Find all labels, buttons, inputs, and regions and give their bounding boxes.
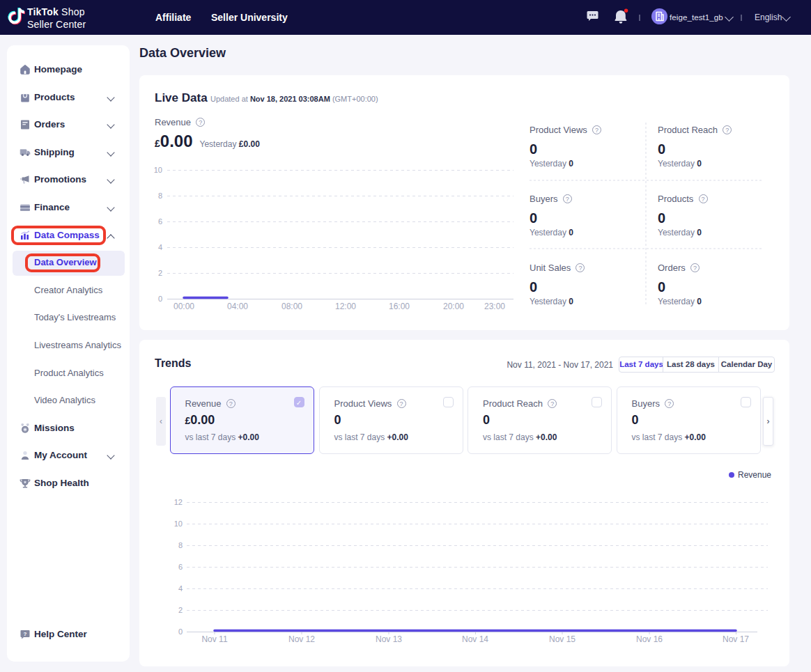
svg-text:Nov 15: Nov 15 xyxy=(549,634,576,644)
svg-text:0: 0 xyxy=(158,295,162,303)
svg-text:00:00: 00:00 xyxy=(173,302,194,311)
svg-text:10: 10 xyxy=(174,519,183,528)
svg-text:4: 4 xyxy=(178,584,183,593)
svg-text:4: 4 xyxy=(158,243,162,251)
svg-text:16:00: 16:00 xyxy=(389,302,410,311)
svg-text:2: 2 xyxy=(178,606,183,614)
svg-text:Nov 17: Nov 17 xyxy=(723,634,749,644)
svg-text:Nov 16: Nov 16 xyxy=(636,634,663,644)
svg-text:0: 0 xyxy=(178,627,183,636)
svg-text:Nov 11: Nov 11 xyxy=(201,634,227,644)
svg-text:8: 8 xyxy=(178,541,183,549)
svg-text:Nov 14: Nov 14 xyxy=(462,634,488,644)
svg-text:12:00: 12:00 xyxy=(335,302,356,311)
svg-text:Nov 12: Nov 12 xyxy=(288,634,315,644)
svg-text:10: 10 xyxy=(154,166,162,174)
svg-text:8: 8 xyxy=(158,192,162,200)
svg-text:12: 12 xyxy=(174,498,183,506)
svg-text:6: 6 xyxy=(158,217,162,226)
svg-text:6: 6 xyxy=(178,563,183,571)
svg-text:20:00: 20:00 xyxy=(443,302,464,311)
svg-text:23:00: 23:00 xyxy=(484,302,505,311)
svg-text:?: ? xyxy=(24,631,27,637)
svg-text:08:00: 08:00 xyxy=(281,302,302,311)
svg-text:04:00: 04:00 xyxy=(227,302,248,311)
svg-text:Nov 13: Nov 13 xyxy=(376,634,402,644)
svg-text:2: 2 xyxy=(158,269,162,277)
